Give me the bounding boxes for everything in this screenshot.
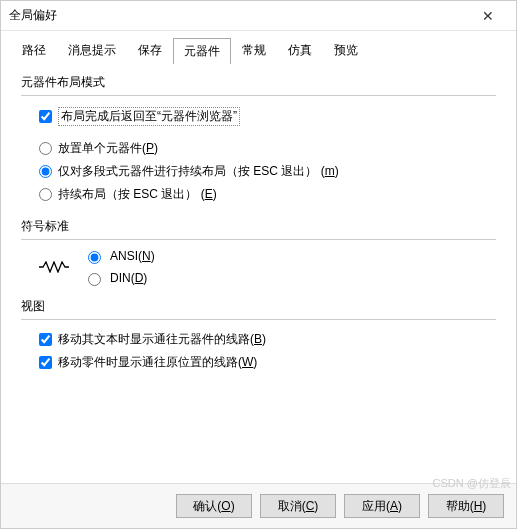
layout-mode-legend: 元器件布局模式 [21,74,496,91]
tab-general[interactable]: 常规 [231,37,277,63]
tab-save[interactable]: 保存 [127,37,173,63]
continuous-input[interactable] [39,188,52,201]
move-text-checkbox[interactable]: 移动其文本时显示通往元器件的线路(B) [21,328,496,351]
titlebar: 全局偏好 ✕ [1,1,516,31]
tab-strip: 路径 消息提示 保存 元器件 常规 仿真 预览 [1,31,516,63]
move-part-input[interactable] [39,356,52,369]
tab-components[interactable]: 元器件 [173,38,231,64]
view-legend: 视图 [21,298,496,315]
view-group: 视图 移动其文本时显示通往元器件的线路(B) 移动零件时显示通往原位置的线路(W… [21,298,496,374]
symbol-standard-group: 符号标准 ANSI(N) DIN(D) [21,218,496,286]
symbol-standard-legend: 符号标准 [21,218,496,235]
cancel-button[interactable]: 取消(C) [260,494,336,518]
tab-simulation[interactable]: 仿真 [277,37,323,63]
din-input[interactable] [88,273,101,286]
tab-content: 元器件布局模式 布局完成后返回至“元器件浏览器” 放置单个元器件(P) 仅对多段… [1,64,516,483]
continuous-multiseg-input[interactable] [39,165,52,178]
tab-path[interactable]: 路径 [11,37,57,63]
layout-mode-group: 元器件布局模式 布局完成后返回至“元器件浏览器” 放置单个元器件(P) 仅对多段… [21,74,496,206]
ansi-input[interactable] [88,251,101,264]
help-button[interactable]: 帮助(H) [428,494,504,518]
din-radio[interactable]: DIN(D) [83,270,155,286]
tab-messages[interactable]: 消息提示 [57,37,127,63]
close-button[interactable]: ✕ [468,2,508,30]
move-part-checkbox[interactable]: 移动零件时显示通往原位置的线路(W) [21,351,496,374]
close-icon: ✕ [482,8,494,24]
return-to-browser-checkbox[interactable]: 布局完成后返回至“元器件浏览器” [21,104,496,129]
apply-button[interactable]: 应用(A) [344,494,420,518]
window-title: 全局偏好 [9,7,468,24]
ok-button[interactable]: 确认(O) [176,494,252,518]
place-single-input[interactable] [39,142,52,155]
dialog-buttons: 确认(O) 取消(C) 应用(A) 帮助(H) [1,483,516,528]
continuous-radio[interactable]: 持续布局（按 ESC 退出） (E) [21,183,496,206]
move-text-input[interactable] [39,333,52,346]
continuous-multiseg-radio[interactable]: 仅对多段式元器件进行持续布局（按 ESC 退出） (m) [21,160,496,183]
return-to-browser-input[interactable] [39,110,52,123]
preferences-dialog: 全局偏好 ✕ 路径 消息提示 保存 元器件 常规 仿真 预览 元器件布局模式 布… [0,0,517,529]
ansi-radio[interactable]: ANSI(N) [83,248,155,264]
place-single-radio[interactable]: 放置单个元器件(P) [21,137,496,160]
tab-preview[interactable]: 预览 [323,37,369,63]
resistor-icon [39,261,69,273]
